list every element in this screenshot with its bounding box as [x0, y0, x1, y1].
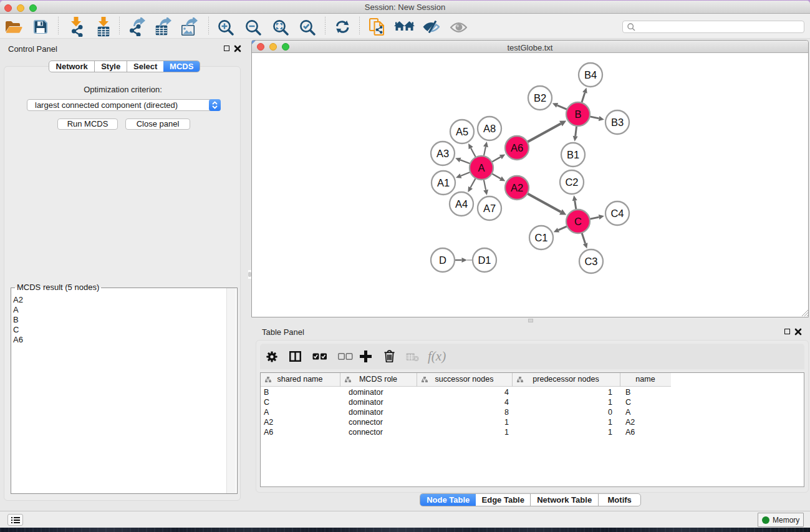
svg-text:B1: B1	[567, 149, 579, 160]
svg-text:D: D	[439, 254, 446, 266]
svg-text:D1: D1	[478, 254, 491, 266]
svg-text:B2: B2	[534, 92, 546, 104]
svg-text:A6: A6	[511, 142, 523, 153]
svg-text:B: B	[574, 109, 581, 120]
svg-text:A7: A7	[483, 203, 496, 214]
svg-text:C4: C4	[610, 208, 624, 219]
svg-text:A8: A8	[483, 123, 496, 134]
svg-text:C3: C3	[584, 256, 597, 267]
svg-text:A4: A4	[455, 198, 468, 210]
svg-text:C: C	[574, 216, 582, 227]
svg-text:A2: A2	[511, 182, 523, 193]
svg-text:C2: C2	[565, 177, 578, 188]
svg-text:A3: A3	[436, 148, 449, 159]
svg-text:A5: A5	[456, 126, 468, 137]
svg-text:A1: A1	[437, 177, 450, 188]
svg-text:C1: C1	[534, 232, 547, 243]
svg-text:A: A	[478, 162, 485, 173]
svg-text:B4: B4	[584, 69, 597, 80]
svg-text:B3: B3	[611, 117, 624, 128]
